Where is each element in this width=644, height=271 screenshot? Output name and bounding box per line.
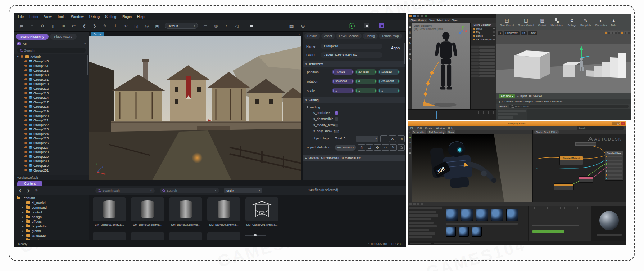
- tree-item[interactable]: Group250: [14, 163, 89, 168]
- details-scrollbar[interactable]: [404, 43, 405, 64]
- menu-item[interactable]: Object: [452, 19, 458, 22]
- caret-icon[interactable]: ▸: [22, 216, 24, 218]
- toolbar-icon[interactable]: ≀: [223, 23, 229, 28]
- tree-item[interactable]: Group226: [14, 141, 89, 145]
- workspace-icon[interactable]: [413, 15, 416, 17]
- content-folder-row[interactable]: ▸ command: [14, 205, 89, 210]
- asset-thumbnail[interactable]: [491, 209, 503, 221]
- content-folder-row[interactable]: ▸ global: [14, 228, 89, 233]
- timeline-playhead[interactable]: [436, 111, 437, 119]
- visibility-eye-icon[interactable]: [24, 155, 27, 157]
- tree-item[interactable]: Group224: [14, 132, 89, 136]
- asset-item[interactable]: SM_Canopy01.entity.a...: [245, 197, 278, 226]
- caret-icon[interactable]: ▸: [22, 239, 24, 240]
- toolbar-icon[interactable]: ▭: [203, 23, 208, 28]
- folder-row[interactable]: [409, 214, 438, 217]
- viewport-pin-icon[interactable]: ▾: [298, 33, 300, 36]
- visibility-eye-icon[interactable]: [24, 151, 27, 153]
- object-mode-dropdown[interactable]: Object Mode▾: [409, 19, 427, 22]
- content-folder-row[interactable]: ▸ language: [14, 233, 89, 238]
- timeline-panel[interactable]: [528, 206, 591, 245]
- visibility-eye-icon[interactable]: [24, 115, 27, 117]
- content-root-row[interactable]: _content: [14, 196, 89, 200]
- perspective-button[interactable]: Perspective: [504, 31, 520, 35]
- menu-item[interactable]: Help: [137, 15, 145, 19]
- asset-thumbnail[interactable]: [476, 209, 488, 221]
- tree-item[interactable]: Group214: [14, 95, 89, 100]
- menu-item[interactable]: Help: [448, 127, 453, 129]
- visibility-eye-icon[interactable]: [24, 83, 27, 85]
- toolbar-button[interactable]: ▚ Marketplace: [550, 18, 563, 26]
- asset-thumbnail[interactable]: [446, 227, 456, 237]
- asset-list-area[interactable]: [527, 109, 631, 120]
- visibility-eye-icon[interactable]: [24, 60, 27, 62]
- menu-item[interactable]: File: [18, 15, 24, 19]
- tree-item[interactable]: Group155: [14, 68, 89, 73]
- toolbar-icon[interactable]: ◱: [133, 23, 139, 28]
- menu-item[interactable]: Editor: [29, 15, 38, 19]
- visibility-eye-icon[interactable]: [24, 110, 27, 112]
- tree-item[interactable]: Group221: [14, 118, 89, 123]
- filter-all-row[interactable]: All ▾: [14, 41, 89, 47]
- menu-item[interactable]: View: [44, 15, 52, 19]
- folder-row[interactable]: [409, 207, 442, 209]
- visibility-eye-icon[interactable]: [24, 106, 27, 108]
- mode-dropdown[interactable]: Default▾: [165, 23, 198, 29]
- hierarchy-search-input[interactable]: Search: [17, 48, 86, 53]
- menu-item[interactable]: Plugin: [122, 15, 132, 19]
- standard-base-node[interactable]: Standard Base: [605, 151, 623, 181]
- show-chip[interactable]: Show: [447, 130, 455, 134]
- caret-icon[interactable]: ▸: [22, 230, 24, 232]
- global-search-input[interactable]: Search▾: [577, 126, 624, 130]
- visibility-eye-icon[interactable]: [24, 165, 27, 167]
- y-value-spinbox[interactable]: 1: [355, 88, 377, 93]
- partial-asset-tile[interactable]: [169, 232, 202, 240]
- details-tab[interactable]: Terrain map: [379, 33, 402, 39]
- details-tab[interactable]: Debug: [363, 33, 378, 39]
- visibility-eye-icon[interactable]: [24, 169, 27, 171]
- folder-row[interactable]: [409, 218, 431, 220]
- toolbar-icon[interactable]: ◁: [234, 23, 240, 28]
- source-item[interactable]: [498, 110, 526, 112]
- tree-item[interactable]: Group223: [14, 127, 89, 132]
- toolbar-icon[interactable]: ⟳: [71, 23, 77, 28]
- shader-graph-panel[interactable]: Shader Graph Editor AUTODESK: [532, 130, 626, 202]
- caret-icon[interactable]: ▸: [22, 220, 24, 223]
- visibility-eye-icon[interactable]: [24, 65, 27, 67]
- add-new-button[interactable]: Add New▾: [499, 94, 515, 98]
- visibility-eye-icon[interactable]: [24, 142, 27, 144]
- hierarchy-scrollbar[interactable]: [87, 55, 88, 75]
- folder-row[interactable]: [409, 222, 434, 224]
- timeline-track[interactable]: [532, 225, 579, 226]
- toolbar-icon[interactable]: ❮: [81, 23, 87, 28]
- asset-thumbnail[interactable]: [131, 197, 164, 221]
- folder-row[interactable]: [409, 211, 436, 213]
- back-icon[interactable]: ❮: [19, 188, 22, 192]
- visibility-eye-icon[interactable]: [24, 92, 27, 94]
- open-folder-icon[interactable]: ▱: [382, 144, 389, 151]
- name-input[interactable]: Group213: [321, 44, 382, 49]
- flag-checkbox[interactable]: [335, 111, 338, 115]
- toolbar-button[interactable]: ✎ Blueprints: [580, 18, 591, 26]
- visibility-eye-icon[interactable]: [24, 124, 27, 126]
- toolbar-icon[interactable]: ✛: [113, 23, 118, 28]
- visibility-eye-icon[interactable]: [24, 101, 27, 103]
- material-row[interactable]: ▸Material_MICastleWall_01.material.ast: [303, 155, 405, 161]
- visibility-eye-icon[interactable]: [24, 146, 27, 148]
- flag-checkbox[interactable]: [335, 130, 338, 133]
- visibility-eye-icon[interactable]: [24, 87, 27, 89]
- caret-icon[interactable]: ▾: [17, 55, 19, 58]
- content-folder-row[interactable]: ▸ control: [14, 210, 89, 214]
- content-folder-row[interactable]: ▸ design: [14, 214, 89, 219]
- clear-icon[interactable]: ✕: [150, 189, 152, 192]
- tool-icon[interactable]: [611, 31, 614, 34]
- partial-asset-tile[interactable]: [93, 232, 126, 240]
- toolbar-button[interactable]: ◫ Source Control: [518, 18, 534, 26]
- blender-timeline[interactable]: [408, 109, 496, 120]
- menu-item[interactable]: Window: [71, 15, 84, 19]
- folder-row[interactable]: [409, 225, 437, 227]
- visibility-eye-icon[interactable]: [24, 133, 27, 135]
- tree-item[interactable]: Group151: [14, 63, 89, 68]
- all-checkbox[interactable]: [17, 42, 21, 45]
- toolbar-icon[interactable]: ↻: [123, 23, 129, 28]
